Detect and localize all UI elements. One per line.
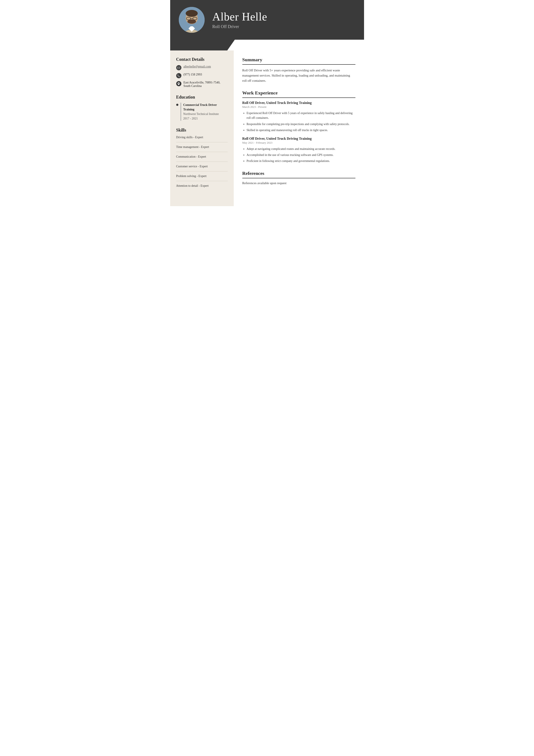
education-section: Education Commercial Truck Driver Traini… xyxy=(176,94,228,121)
job-title: Roll Off Driver, United Truck Driving Tr… xyxy=(242,137,355,141)
skill-item: Attention to detail - Expert xyxy=(176,184,228,191)
candidate-name: Alber Helle xyxy=(213,11,267,23)
main-content: Summary Roll Off Driver with 5+ years ex… xyxy=(234,50,364,206)
address-contact-item: East Araceliville, 70891-7540, South Car… xyxy=(176,81,228,88)
phone-contact-item: (977) 158 2993 xyxy=(176,73,228,78)
svg-marker-9 xyxy=(170,40,235,50)
svg-point-3 xyxy=(186,10,198,17)
references-section: References References available upon req… xyxy=(242,171,355,185)
skill-item: Communication - Expert xyxy=(176,155,228,162)
candidate-title: Roll Off Driver xyxy=(213,24,267,29)
email-value[interactable]: alberhelle@gmail.com xyxy=(184,65,211,68)
job-bullets: Experienced Roll Off Driver with 5 years… xyxy=(242,111,355,133)
job-bullet-item: Proficient in following strict company a… xyxy=(247,159,355,163)
work-experience-divider xyxy=(242,97,355,98)
header: Alber Helle Roll Off Driver xyxy=(170,0,364,40)
summary-section: Summary Roll Off Driver with 5+ years ex… xyxy=(242,57,355,83)
job-bullet-item: Skilled in operating and maneuvering rol… xyxy=(247,128,355,133)
location-icon xyxy=(176,81,181,86)
summary-divider xyxy=(242,64,355,65)
phone-value: (977) 158 2993 xyxy=(184,73,202,76)
work-experience-title: Work Experience xyxy=(242,90,355,96)
job-bullet-item: Responsible for completing pre-trip insp… xyxy=(247,122,355,126)
job-date: May 2021 - February 2023 xyxy=(242,141,355,145)
references-divider xyxy=(242,178,355,178)
skills-list: Driving skills - ExpertTime management -… xyxy=(176,136,228,191)
skill-item: Customer service - Expert xyxy=(176,165,228,172)
summary-title: Summary xyxy=(242,57,355,63)
skill-item: Problem solving - Expert xyxy=(176,175,228,181)
skills-section-title: Skills xyxy=(176,128,228,133)
job-entry: Roll Off Driver, United Truck Driving Tr… xyxy=(242,101,355,133)
job-entry: Roll Off Driver, United Truck Driving Tr… xyxy=(242,137,355,164)
education-section-title: Education xyxy=(176,94,228,100)
sidebar: Contact Details alberhelle@gmail.com (97… xyxy=(170,50,234,206)
phone-icon xyxy=(176,73,181,78)
main-layout: Contact Details alberhelle@gmail.com (97… xyxy=(170,50,364,206)
job-bullet-item: Experienced Roll Off Driver with 5 years… xyxy=(247,111,355,121)
jobs-list: Roll Off Driver, United Truck Driving Tr… xyxy=(242,101,355,164)
edu-content: Commercial Truck Driver Training Northwe… xyxy=(181,103,228,121)
job-bullets: Adept at navigating complicated routes a… xyxy=(242,147,355,164)
work-experience-section: Work Experience Roll Off Driver, United … xyxy=(242,90,355,164)
skills-section: Skills Driving skills - ExpertTime manag… xyxy=(176,128,228,191)
chevron-divider xyxy=(170,40,364,50)
references-text: References available upon request xyxy=(242,181,355,185)
edu-bullet-icon xyxy=(176,104,178,106)
education-item: Commercial Truck Driver Training Northwe… xyxy=(176,103,228,121)
header-info: Alber Helle Roll Off Driver xyxy=(213,11,267,29)
job-bullet-item: Accomplished in the use of various truck… xyxy=(247,153,355,157)
summary-text: Roll Off Driver with 5+ years experience… xyxy=(242,68,355,83)
job-title: Roll Off Driver, United Truck Driving Tr… xyxy=(242,101,355,105)
email-icon xyxy=(176,65,181,70)
email-contact-item: alberhelle@gmail.com xyxy=(176,65,228,70)
references-title: References xyxy=(242,171,355,176)
contact-section-title: Contact Details xyxy=(176,57,228,62)
skill-item: Driving skills - Expert xyxy=(176,136,228,142)
edu-degree: Commercial Truck Driver Training xyxy=(183,103,228,112)
contact-section: Contact Details alberhelle@gmail.com (97… xyxy=(176,57,228,88)
job-bullet-item: Adept at navigating complicated routes a… xyxy=(247,147,355,151)
job-date: March 2023 - Present xyxy=(242,105,355,109)
edu-school: Northwest Technical Institute xyxy=(183,112,228,116)
address-value: East Araceliville, 70891-7540, South Car… xyxy=(184,81,220,88)
skill-item: Time management - Expert xyxy=(176,145,228,152)
edu-years: 2017 - 2021 xyxy=(183,116,228,121)
avatar xyxy=(179,7,205,33)
